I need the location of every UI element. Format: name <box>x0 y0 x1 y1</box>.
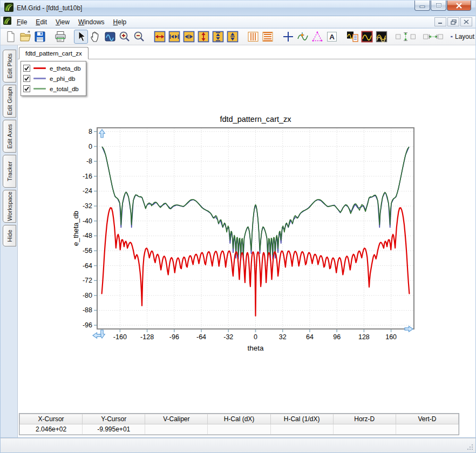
plot-workspace: fdtd_pattern_cart_zx e_theta_dbe_phi_dbe… <box>17 45 475 437</box>
toolbar-vertical-grid-button[interactable] <box>246 30 260 44</box>
app-window: EM.Grid - [fdtd_tut10b] FileEditViewWind… <box>0 0 476 453</box>
fit-horizontal-icon <box>423 30 443 43</box>
mdi-restore-button[interactable] <box>447 17 459 26</box>
zoom-box-tool-icon <box>104 30 117 43</box>
toolbar-horizontal-grid-button[interactable] <box>261 30 275 44</box>
menu-item-file[interactable]: File <box>12 17 31 27</box>
readout-value-cell <box>333 424 396 435</box>
legend-checkbox[interactable] <box>23 75 30 82</box>
menu-item-edit[interactable]: Edit <box>31 17 51 27</box>
toolbar-shrink-y-button[interactable] <box>226 30 240 44</box>
readout-value-cell <box>208 424 270 435</box>
toolbar-plot-with-legend-button[interactable] <box>345 30 359 44</box>
sidebar-tab-edit-axes[interactable]: Edit Axes <box>3 120 16 153</box>
pan-right-arrow-icon[interactable] <box>405 326 413 332</box>
crosshair-icon <box>282 30 295 43</box>
tick-label-y: -96 <box>83 321 92 329</box>
tick-label-y: -40 <box>83 217 92 225</box>
sidebar-tab-label: Edit Plots <box>6 53 13 78</box>
toolbar-zoom-in-button[interactable] <box>118 30 132 44</box>
readout-column-header: H-Cal (dX) <box>208 414 270 424</box>
stretch-y-icon <box>212 30 225 43</box>
sidebar-tab-hide[interactable]: Hide <box>3 225 16 246</box>
chart-canvas[interactable]: -160-128-96-64-32032649612816080-8-16-24… <box>72 114 428 365</box>
toolbar-fit-horizontal-button[interactable] <box>423 30 444 44</box>
tick-label-x: 64 <box>306 333 314 341</box>
legend-label: e_theta_db <box>50 65 81 72</box>
pan-up-arrow-icon[interactable] <box>99 129 105 138</box>
legend-label: e_total_db <box>50 86 79 92</box>
tick-label-y: 8 <box>89 128 92 135</box>
save-file-icon <box>33 30 46 43</box>
menu-item-view[interactable]: View <box>51 17 74 27</box>
tick-label-y: -24 <box>83 187 92 195</box>
toolbar-plot-multi-button[interactable] <box>375 30 389 44</box>
tick-label-y: -64 <box>83 262 92 270</box>
sidebar-tab-tracker[interactable]: Tracker <box>3 155 16 188</box>
mdi-minimize-button[interactable] <box>434 17 446 26</box>
toolbar-zoom-box-tool-button[interactable] <box>103 30 117 44</box>
pan-left-arrow-icon[interactable] <box>93 333 101 338</box>
toolbar-stretch-y-button[interactable] <box>211 30 225 44</box>
title-bar[interactable]: EM.Grid - [fdtd_tut10b] <box>1 1 475 16</box>
zoom-out-icon <box>133 30 146 43</box>
tick-label-y: -72 <box>83 277 92 284</box>
document-tab-label: fdtd_pattern_cart_zx <box>25 50 82 57</box>
toolbar-save-file-button[interactable] <box>33 30 47 44</box>
sidebar-tab-label: Edit Axes <box>6 124 13 149</box>
legend-row: e_total_db <box>23 84 81 94</box>
expand-x-icon <box>153 30 166 43</box>
document-tab[interactable]: fdtd_pattern_cart_zx <box>19 47 89 59</box>
plot-multi-icon <box>375 30 388 43</box>
toolbar-zoom-out-button[interactable] <box>132 30 146 44</box>
toolbar-tracker-button[interactable] <box>296 30 310 44</box>
toolbar-shrink-x-button[interactable] <box>182 30 196 44</box>
toolbar-add-text-button[interactable]: A <box>325 30 339 44</box>
toolbar-select-tool-button[interactable] <box>74 30 88 44</box>
menu-item-help[interactable]: Help <box>109 17 131 27</box>
legend-checkbox[interactable] <box>23 65 30 72</box>
tick-label-x: -32 <box>223 333 233 341</box>
tick-label-x: 0 <box>254 333 257 341</box>
toolbar-expand-x-button[interactable] <box>153 30 167 44</box>
readout-column-header: Y-Cursor <box>83 414 145 424</box>
maximize-button[interactable] <box>431 1 446 11</box>
toolbar-stretch-x-button[interactable] <box>167 30 181 44</box>
readout-column-header: V-Caliper <box>145 414 208 424</box>
layout-icon <box>451 30 453 43</box>
sidebar-tab-edit-graph[interactable]: Edit Graph <box>3 85 16 118</box>
horizontal-grid-icon <box>261 30 274 43</box>
legend-line-swatch <box>33 78 46 79</box>
tick-label-y: -8 <box>86 157 92 165</box>
tick-label-y: -56 <box>83 247 92 255</box>
status-bar <box>1 438 475 452</box>
close-button[interactable] <box>447 1 471 11</box>
toolbar-layout-button[interactable]: Layout <box>450 30 475 44</box>
toolbar-open-file-button[interactable] <box>18 30 32 44</box>
plot-with-legend-icon <box>346 30 359 43</box>
minimize-button[interactable] <box>414 1 430 11</box>
tick-label-x: 160 <box>385 333 397 341</box>
legend-line-swatch <box>33 88 46 90</box>
sidebar-tab-edit-plots[interactable]: Edit Plots <box>3 50 16 83</box>
add-text-icon: A <box>325 30 338 43</box>
toolbar-new-file-button[interactable] <box>4 30 18 44</box>
mdi-close-button[interactable] <box>460 17 472 26</box>
tick-label-y: -16 <box>83 173 92 180</box>
toolbar-caliper-button[interactable] <box>310 30 324 44</box>
shrink-y-icon <box>226 30 239 43</box>
toolbar-fit-vertical-button[interactable] <box>395 30 416 44</box>
toolbar-crosshair-button[interactable] <box>281 30 295 44</box>
expand-y-icon <box>197 30 210 43</box>
toolbar-pan-tool-button[interactable] <box>89 30 103 44</box>
sidebar-tab-workspace[interactable]: Workspace <box>3 190 16 223</box>
readout-value-cell <box>270 424 333 435</box>
readout-column-header: Horz-D <box>333 414 396 424</box>
resize-grip-icon[interactable] <box>466 443 474 451</box>
toolbar-plot-single-button[interactable] <box>360 30 374 44</box>
menu-item-windows[interactable]: Windows <box>74 17 109 27</box>
toolbar-print-button[interactable] <box>53 30 67 44</box>
legend-checkbox[interactable] <box>23 85 30 92</box>
plot-single-icon <box>361 30 373 43</box>
toolbar-expand-y-button[interactable] <box>196 30 210 44</box>
